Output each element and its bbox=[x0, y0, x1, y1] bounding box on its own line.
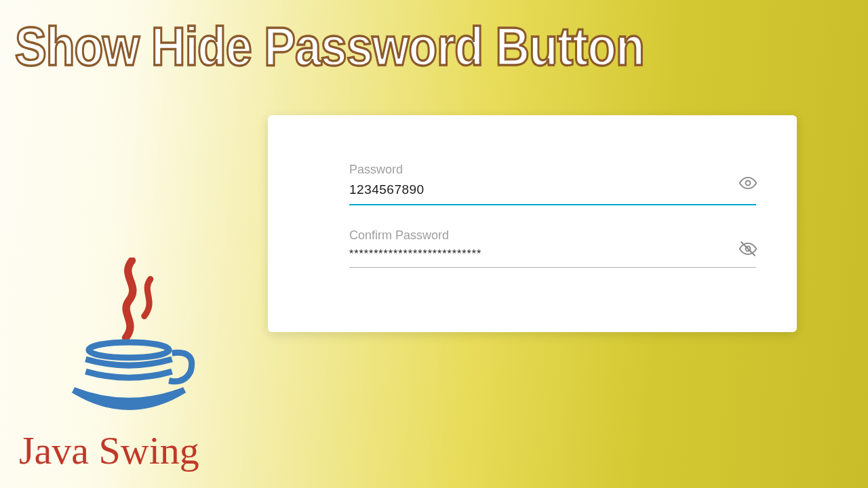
password-form-card: Password 1234567890 Confirm Password ***… bbox=[268, 115, 797, 332]
password-underline bbox=[349, 204, 756, 205]
eye-off-icon bbox=[738, 239, 757, 261]
confirm-password-underline bbox=[349, 267, 756, 268]
eye-icon bbox=[738, 174, 757, 195]
password-label: Password bbox=[349, 163, 756, 177]
show-password-button[interactable] bbox=[736, 172, 760, 197]
hide-confirm-password-button[interactable] bbox=[736, 238, 760, 262]
footer-text: Java Swing bbox=[19, 428, 199, 473]
confirm-password-field-group: Confirm Password ***********************… bbox=[349, 228, 756, 268]
svg-point-3 bbox=[89, 342, 169, 358]
page-title: Show Hide Password Button bbox=[15, 15, 644, 77]
java-logo-icon bbox=[47, 258, 210, 427]
confirm-password-input[interactable]: *************************** bbox=[349, 248, 756, 267]
svg-point-0 bbox=[746, 181, 751, 186]
password-field-group: Password 1234567890 bbox=[349, 163, 756, 205]
password-input[interactable]: 1234567890 bbox=[349, 182, 756, 204]
confirm-password-label: Confirm Password bbox=[349, 228, 756, 243]
